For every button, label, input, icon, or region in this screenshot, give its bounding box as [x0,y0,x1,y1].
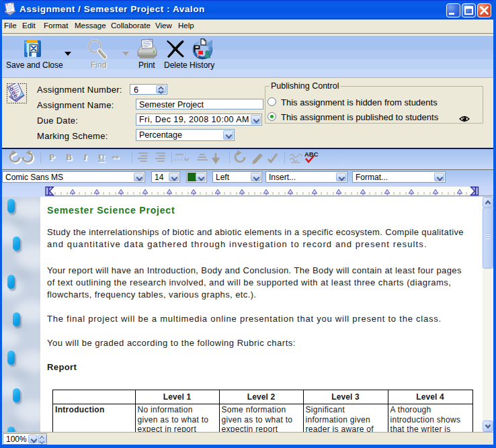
svg-text:P: P [49,152,54,162]
svg-text:U: U [98,152,105,162]
svg-text:I: I [83,152,87,162]
svg-text:B: B [66,152,72,162]
svg-text:ABC: ABC [304,150,319,158]
svg-text:«»: «» [112,152,119,160]
